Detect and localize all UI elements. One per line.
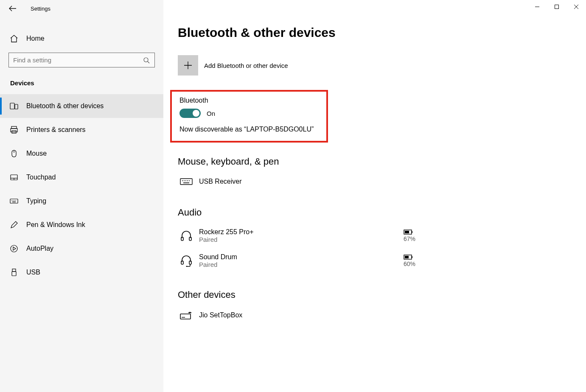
device-name: Jio SetTopBox (199, 311, 415, 319)
device-name: Sound Drum (199, 253, 404, 261)
sidebar-item-usb[interactable]: USB (0, 260, 163, 284)
sidebar-item-printers[interactable]: Printers & scanners (0, 118, 163, 142)
svg-rect-38 (412, 256, 412, 258)
plus-icon (178, 55, 198, 76)
maximize-icon (554, 4, 559, 9)
svg-point-27 (189, 180, 190, 181)
svg-rect-33 (405, 231, 409, 233)
svg-rect-11 (10, 199, 18, 203)
home-nav[interactable]: Home (0, 29, 163, 48)
sidebar: Settings Home Devices Bluetooth & other … (0, 0, 163, 392)
svg-rect-21 (555, 5, 559, 9)
svg-point-0 (144, 58, 148, 62)
sidebar-item-pen[interactable]: Pen & Windows Ink (0, 213, 163, 237)
minimize-icon (535, 4, 540, 9)
sidebar-item-label: Bluetooth & other devices (26, 102, 104, 110)
search-icon (143, 57, 150, 64)
device-status: Paired (199, 261, 404, 268)
close-button[interactable] (566, 0, 586, 14)
svg-rect-39 (405, 256, 409, 258)
add-device-label: Add Bluetooth or other device (204, 62, 288, 69)
battery-icon (404, 230, 413, 235)
sidebar-item-label: Mouse (26, 150, 47, 157)
bluetooth-devices-icon (9, 102, 19, 110)
titlebar: Settings (0, 0, 163, 17)
autoplay-icon (9, 244, 19, 253)
svg-rect-32 (412, 231, 412, 233)
svg-point-13 (13, 200, 14, 201)
svg-rect-19 (12, 272, 16, 276)
sidebar-item-typing[interactable]: Typing (0, 189, 163, 213)
main-content: Bluetooth & other devices Add Bluetooth … (163, 0, 586, 392)
svg-point-26 (187, 180, 188, 181)
headset-icon (178, 255, 195, 267)
bluetooth-toggle-row: On (179, 109, 322, 118)
sidebar-item-label: USB (26, 269, 40, 276)
svg-rect-18 (12, 269, 16, 272)
keyboard-icon (178, 177, 195, 186)
battery-icon (404, 255, 413, 260)
add-device-button[interactable]: Add Bluetooth or other device (178, 55, 586, 76)
svg-point-15 (15, 200, 16, 201)
sidebar-item-mouse[interactable]: Mouse (0, 142, 163, 165)
svg-point-36 (186, 266, 188, 267)
device-row[interactable]: Jio SetTopBox (178, 308, 415, 328)
device-name: Rockerz 255 Pro+ (199, 228, 404, 236)
headphones-icon (178, 230, 195, 241)
maximize-button[interactable] (547, 0, 566, 14)
svg-point-25 (185, 180, 186, 181)
mouse-keyboard-heading: Mouse, keyboard, & pen (178, 156, 586, 167)
window-controls (527, 0, 586, 14)
battery-percent: 67% (404, 235, 415, 242)
bluetooth-label: Bluetooth (179, 97, 322, 104)
printer-icon (9, 126, 19, 134)
home-label: Home (26, 35, 45, 42)
svg-rect-1 (10, 103, 14, 109)
search-input[interactable] (13, 56, 143, 64)
touchpad-icon (9, 173, 19, 182)
keyboard-icon (9, 197, 19, 205)
sidebar-item-bluetooth[interactable]: Bluetooth & other devices (0, 94, 163, 118)
usb-icon (9, 268, 19, 277)
category-header: Devices (0, 75, 163, 94)
app-title: Settings (31, 6, 50, 12)
mouse-icon (9, 149, 19, 158)
audio-heading: Audio (178, 207, 586, 218)
bluetooth-toggle[interactable] (179, 109, 201, 118)
svg-rect-22 (180, 179, 192, 185)
bluetooth-discoverable-text: Now discoverable as “LAPTOP-B5DGO0LU” (179, 126, 322, 133)
device-row[interactable]: USB Receiver (178, 175, 415, 193)
sidebar-item-label: Printers & scanners (26, 126, 86, 134)
back-button[interactable] (8, 4, 17, 13)
svg-rect-40 (180, 314, 191, 319)
sidebar-item-label: AutoPlay (26, 245, 53, 252)
arrow-left-icon (9, 6, 17, 11)
other-devices-heading: Other devices (178, 289, 586, 300)
search-box[interactable] (8, 53, 155, 67)
settop-icon (178, 311, 195, 320)
svg-rect-3 (11, 126, 17, 129)
svg-point-23 (182, 180, 183, 181)
battery-percent: 60% (404, 260, 415, 267)
svg-point-12 (11, 200, 12, 201)
device-row[interactable]: Rockerz 255 Pro+ Paired 67% (178, 226, 415, 251)
sidebar-item-autoplay[interactable]: AutoPlay (0, 237, 163, 260)
close-icon (574, 4, 579, 9)
svg-point-17 (11, 245, 17, 252)
sidebar-item-touchpad[interactable]: Touchpad (0, 165, 163, 189)
home-icon (9, 35, 19, 42)
device-status: Paired (199, 236, 404, 243)
sidebar-item-label: Touchpad (26, 174, 56, 181)
sidebar-item-label: Pen & Windows Ink (26, 221, 85, 229)
svg-point-14 (14, 200, 15, 201)
svg-point-24 (184, 180, 185, 181)
minimize-button[interactable] (527, 0, 547, 14)
page-title: Bluetooth & other devices (178, 25, 586, 40)
device-row[interactable]: Sound Drum Paired 60% (178, 251, 415, 276)
sidebar-item-label: Typing (26, 197, 46, 205)
device-name: USB Receiver (199, 178, 415, 185)
pen-icon (9, 221, 19, 229)
bluetooth-highlight: Bluetooth On Now discoverable as “LAPTOP… (170, 90, 328, 143)
bluetooth-status: On (207, 110, 215, 117)
svg-rect-2 (15, 104, 18, 109)
